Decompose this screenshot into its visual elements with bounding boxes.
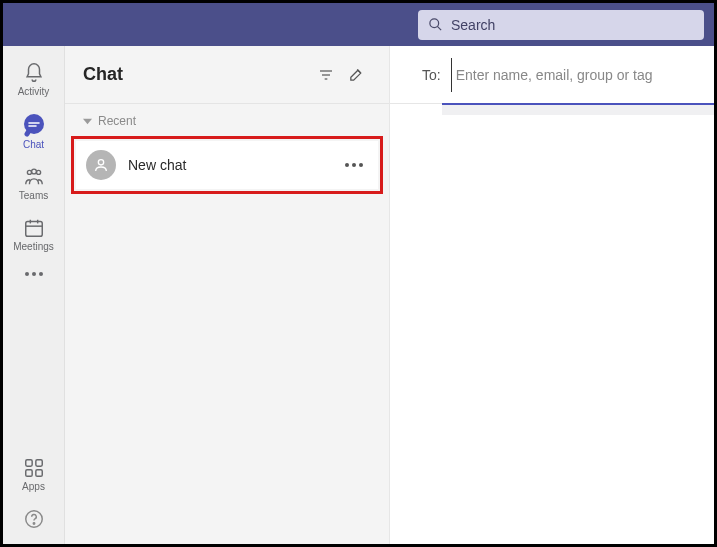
rail-meetings-label: Meetings (13, 241, 54, 252)
to-input[interactable]: Enter name, email, group or tag (451, 58, 702, 92)
rail-activity[interactable]: Activity (9, 56, 59, 101)
chat-item-name: New chat (128, 157, 328, 173)
rail-teams[interactable]: Teams (9, 160, 59, 205)
svg-point-20 (98, 160, 103, 165)
rail-apps-label: Apps (22, 481, 45, 492)
svg-point-5 (31, 169, 36, 174)
svg-rect-10 (25, 460, 31, 466)
filter-button[interactable] (311, 60, 341, 90)
chat-icon (22, 113, 46, 137)
calendar-icon (23, 217, 45, 239)
to-label: To: (422, 67, 441, 83)
rail-more[interactable] (9, 262, 59, 280)
search-placeholder: Search (451, 17, 495, 33)
svg-rect-12 (25, 470, 31, 476)
search-icon (428, 17, 443, 32)
chat-item-more[interactable] (340, 163, 368, 167)
svg-marker-19 (83, 118, 92, 123)
svg-point-15 (33, 523, 34, 524)
rail-activity-label: Activity (18, 86, 50, 97)
svg-line-1 (437, 26, 441, 30)
rail-apps[interactable]: Apps (9, 451, 59, 496)
to-placeholder: Enter name, email, group or tag (456, 67, 653, 83)
filter-icon (318, 67, 334, 83)
search-input[interactable]: Search (418, 10, 704, 40)
chat-list-item[interactable]: New chat (76, 141, 378, 189)
more-icon (25, 272, 43, 276)
to-field-row: To: Enter name, email, group or tag (390, 46, 714, 104)
rail-chat-label: Chat (23, 139, 44, 150)
teams-icon (22, 166, 46, 188)
svg-rect-13 (35, 470, 41, 476)
title-bar: Search (3, 3, 714, 46)
rail-teams-label: Teams (19, 190, 48, 201)
svg-point-0 (430, 19, 439, 28)
new-chat-button[interactable] (341, 60, 371, 90)
rail-help[interactable] (9, 502, 59, 534)
avatar (86, 150, 116, 180)
app-rail: Activity Chat Teams Meetings Apps (3, 46, 65, 544)
svg-point-4 (36, 170, 40, 174)
svg-point-3 (27, 170, 31, 174)
chat-list-title: Chat (83, 64, 311, 85)
chat-list-pane: Chat Recent New chat (65, 46, 390, 544)
highlight-annotation: New chat (71, 136, 383, 194)
rail-meetings[interactable]: Meetings (9, 211, 59, 256)
main-area: Activity Chat Teams Meetings Apps (3, 46, 714, 544)
recent-label: Recent (98, 114, 136, 128)
apps-icon (23, 457, 45, 479)
recent-section[interactable]: Recent (65, 104, 389, 136)
chevron-down-icon (83, 117, 92, 126)
rail-chat[interactable]: Chat (9, 107, 59, 154)
help-icon (23, 508, 45, 530)
person-icon (93, 157, 109, 173)
more-icon (345, 163, 363, 167)
conversation-pane: To: Enter name, email, group or tag (390, 46, 714, 544)
chat-list-header: Chat (65, 46, 389, 104)
svg-rect-11 (35, 460, 41, 466)
bell-icon (23, 62, 45, 84)
compose-icon (348, 66, 365, 83)
to-shadow (442, 105, 714, 115)
svg-rect-6 (25, 222, 42, 237)
